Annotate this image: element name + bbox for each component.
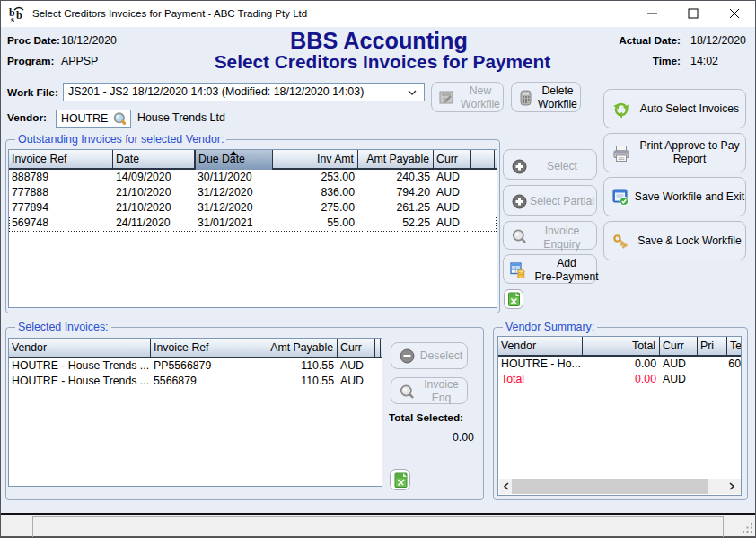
svg-text:b: b — [16, 9, 22, 22]
svg-text:s: s — [11, 14, 14, 24]
